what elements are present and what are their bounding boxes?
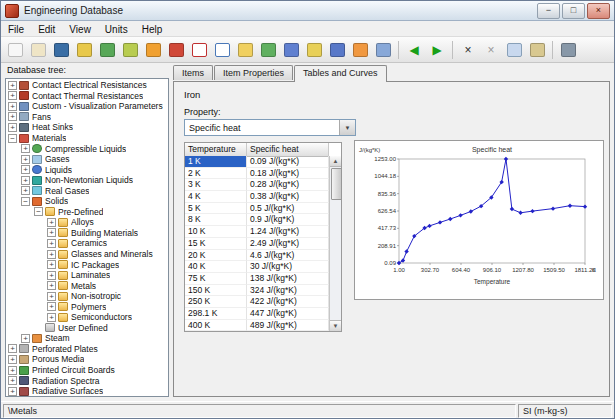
tree-item-gases[interactable]: +Gases <box>6 154 168 165</box>
table-row[interactable]: 20 K4.6 J/(kg*K) <box>185 250 329 262</box>
table-scrollbar[interactable]: ▲ ▼ <box>329 156 341 331</box>
tree-item-contact-electrical-resistances[interactable]: +Contact Electrical Resistances <box>6 80 168 91</box>
line-chart-icon[interactable] <box>280 39 302 60</box>
tree-item-semiconductors[interactable]: +Semiconductors <box>6 312 168 323</box>
tree-item-user-defined[interactable]: User Defined <box>6 323 168 334</box>
cell-temperature[interactable]: 1 K <box>185 156 247 168</box>
tree-item-solids[interactable]: −Solids <box>6 196 168 207</box>
clear-icon[interactable]: × <box>480 39 502 60</box>
cell-temperature[interactable]: 8 K <box>185 214 247 226</box>
table-row[interactable]: 2 K0.18 J/(kg*K) <box>185 168 329 180</box>
tree-item-polymers[interactable]: +Polymers <box>6 301 168 312</box>
tree-item-alloys[interactable]: +Alloys <box>6 217 168 228</box>
tree-item-compressible-liquids[interactable]: +Compressible Liquids <box>6 143 168 154</box>
menu-edit[interactable]: Edit <box>31 21 62 36</box>
expand-icon[interactable]: + <box>8 81 17 90</box>
expand-icon[interactable]: + <box>21 176 30 185</box>
tree-item-non-isotropic[interactable]: +Non-isotropic <box>6 291 168 302</box>
collapse-icon[interactable]: − <box>8 134 17 143</box>
minimize-button[interactable]: − <box>537 3 560 19</box>
search-icon[interactable] <box>96 39 118 60</box>
chevron-down-icon[interactable]: ▼ <box>339 120 355 135</box>
expand-icon[interactable]: + <box>8 376 17 385</box>
tree-item-pre-defined[interactable]: −Pre-Defined <box>6 207 168 218</box>
expand-icon[interactable]: + <box>47 292 56 301</box>
expand-icon[interactable]: + <box>47 313 56 322</box>
column-header-temperature[interactable]: Temperature <box>185 143 247 156</box>
cell-temperature[interactable]: 15 K <box>185 238 247 250</box>
expand-icon[interactable]: + <box>21 155 30 164</box>
cell-specific-heat[interactable]: 0.38 J/(kg*K) <box>247 191 329 203</box>
scroll-down-icon[interactable]: ▼ <box>330 320 341 331</box>
expand-icon[interactable]: + <box>8 91 17 100</box>
open-icon[interactable] <box>27 39 49 60</box>
cell-temperature[interactable]: 4 K <box>185 191 247 203</box>
tree-item-printed-circuit-boards[interactable]: +Printed Circuit Boards <box>6 365 168 376</box>
tree-item-radiative-surfaces[interactable]: +Radiative Surfaces <box>6 386 168 397</box>
cell-specific-heat[interactable]: 0.18 J/(kg*K) <box>247 168 329 180</box>
title-bar[interactable]: Engineering Database −□× <box>1 1 614 21</box>
cell-temperature[interactable]: 5 K <box>185 203 247 215</box>
expand-icon[interactable]: + <box>47 250 56 259</box>
tree-item-metals[interactable]: +Metals <box>6 280 168 291</box>
tree-item-glasses-and-minerals[interactable]: +Glasses and Minerals <box>6 249 168 260</box>
table-row[interactable]: 3 K0.28 J/(kg*K) <box>185 179 329 191</box>
cell-temperature[interactable]: 298.1 K <box>185 308 247 320</box>
expand-icon[interactable]: + <box>8 355 17 364</box>
table-row[interactable]: 4 K0.38 J/(kg*K) <box>185 191 329 203</box>
tree-item-materials[interactable]: −Materials <box>6 133 168 144</box>
expand-icon[interactable]: + <box>47 260 56 269</box>
cell-temperature[interactable]: 10 K <box>185 226 247 238</box>
cell-temperature[interactable]: 40 K <box>185 261 247 273</box>
tree-item-custom-visualization-parameters[interactable]: +Custom - Visualization Parameters <box>6 101 168 112</box>
axes-icon[interactable] <box>326 39 348 60</box>
cell-specific-heat[interactable]: 30 J/(kg*K) <box>247 261 329 273</box>
expand-icon[interactable]: + <box>8 344 17 353</box>
cell-specific-heat[interactable]: 447 J/(kg*K) <box>247 308 329 320</box>
cell-temperature[interactable]: 250 K <box>185 296 247 308</box>
cell-specific-heat[interactable]: 489 J/(kg*K) <box>247 320 329 331</box>
tree-item-ceramics[interactable]: +Ceramics <box>6 238 168 249</box>
cell-temperature[interactable]: 150 K <box>185 285 247 297</box>
table-row[interactable]: 150 K324 J/(kg*K) <box>185 285 329 297</box>
scatter-plot-icon[interactable] <box>188 39 210 60</box>
expand-icon[interactable]: + <box>8 123 17 132</box>
cell-temperature[interactable]: 20 K <box>185 250 247 262</box>
expand-icon[interactable]: + <box>47 239 56 248</box>
cell-specific-heat[interactable]: 138 J/(kg*K) <box>247 273 329 285</box>
expand-icon[interactable]: + <box>8 387 17 396</box>
menu-help[interactable]: Help <box>135 21 170 36</box>
cell-specific-heat[interactable]: 2.49 J/(kg*K) <box>247 238 329 250</box>
expand-icon[interactable]: + <box>21 334 30 343</box>
tree-item-radiation-spectra[interactable]: +Radiation Spectra <box>6 375 168 386</box>
delete-icon[interactable]: × <box>457 39 479 60</box>
copy-icon[interactable] <box>503 39 525 60</box>
cell-specific-heat[interactable]: 422 J/(kg*K) <box>247 296 329 308</box>
tree-item-liquids[interactable]: +Liquids <box>6 164 168 175</box>
options-icon[interactable] <box>142 39 164 60</box>
database-icon[interactable] <box>73 39 95 60</box>
menu-units[interactable]: Units <box>98 21 135 36</box>
table-row[interactable]: 15 K2.49 J/(kg*K) <box>185 238 329 250</box>
save-icon[interactable] <box>50 39 72 60</box>
expand-icon[interactable]: + <box>8 102 17 111</box>
expand-icon[interactable]: + <box>21 165 30 174</box>
table-row[interactable]: 8 K0.9 J/(kg*K) <box>185 214 329 226</box>
table-row[interactable]: 298.1 K447 J/(kg*K) <box>185 308 329 320</box>
cell-temperature[interactable]: 75 K <box>185 273 247 285</box>
expand-icon[interactable]: + <box>47 271 56 280</box>
palette-icon[interactable] <box>165 39 187 60</box>
tree-item-steam[interactable]: +Steam <box>6 333 168 344</box>
tree-item-porous-media[interactable]: +Porous Media <box>6 354 168 365</box>
collapse-icon[interactable]: − <box>21 197 30 206</box>
curve-export-icon[interactable] <box>303 39 325 60</box>
tree-item-heat-sinks[interactable]: +Heat Sinks <box>6 122 168 133</box>
back-icon[interactable]: ◀ <box>403 39 425 60</box>
tree-item-laminates[interactable]: +Laminates <box>6 270 168 281</box>
cell-specific-heat[interactable]: 0.5 J/(kg*K) <box>247 203 329 215</box>
paste-icon[interactable] <box>526 39 548 60</box>
info-icon[interactable] <box>372 39 394 60</box>
menu-view[interactable]: View <box>62 21 98 36</box>
forward-icon[interactable]: ▶ <box>426 39 448 60</box>
expand-icon[interactable]: + <box>47 218 56 227</box>
